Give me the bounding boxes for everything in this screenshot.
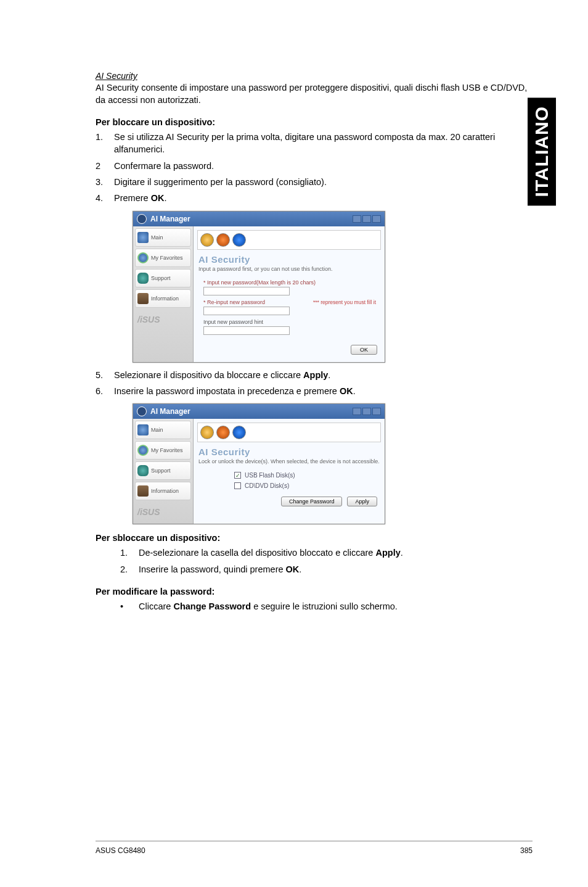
tool-icon-1[interactable] (200, 233, 214, 247)
titlebar: AI Manager (133, 404, 385, 419)
sidebar-item-label: Support (151, 275, 171, 281)
support-icon (137, 273, 149, 284)
tool-icon-1[interactable] (200, 426, 214, 439)
sidebar-item-label: Main (151, 234, 163, 241)
brand-label: /iSUS (135, 310, 191, 329)
list-item: 3.Digitare il suggerimento per la passwo… (96, 176, 533, 188)
close-button[interactable] (372, 408, 381, 415)
password-hint-input[interactable] (203, 326, 290, 335)
step-number: 6. (96, 385, 114, 397)
toolbar (197, 230, 381, 250)
footer-page-number: 385 (520, 846, 533, 855)
maximize-button[interactable] (362, 215, 371, 223)
checkbox-icon: ✓ (234, 472, 241, 479)
window-controls (353, 408, 381, 415)
list-item: 2Confermare la password. (96, 160, 533, 172)
sidebar-item-main[interactable]: Main (135, 421, 191, 439)
list-item: 5.Selezionare il dispositivo da bloccare… (96, 369, 533, 381)
sidebar-item-favorites[interactable]: My Favorites (135, 249, 191, 267)
ok-button[interactable]: OK (351, 345, 377, 355)
step-text: Inserire la password impostata in preced… (114, 385, 356, 397)
content-pane: AI Security Input a password first, or y… (194, 226, 385, 362)
footer-model: ASUS CG8480 (96, 846, 145, 855)
apply-button[interactable]: Apply (347, 497, 377, 506)
intro-text: AI Security consente di impostare una pa… (96, 82, 533, 106)
sidebar-item-support[interactable]: Support (135, 461, 191, 480)
minimize-button[interactable] (353, 215, 361, 223)
lock-steps-list-2: 5.Selezionare il dispositivo da bloccare… (96, 369, 533, 398)
window-controls (353, 215, 381, 223)
step-text: Premere OK. (114, 192, 166, 204)
checkbox-label: USB Flash Disk(s) (245, 472, 295, 479)
step-number: 2 (96, 160, 114, 172)
page-footer: ASUS CG8480 385 (96, 841, 533, 855)
tool-icon-3[interactable] (232, 233, 246, 247)
reinput-password-input[interactable] (203, 307, 290, 315)
tool-icon-3[interactable] (232, 426, 246, 439)
step-number: 1. (120, 547, 139, 559)
titlebar: AI Manager (133, 212, 385, 226)
toolbar (197, 423, 381, 442)
close-button[interactable] (372, 215, 381, 223)
step-number: 5. (96, 369, 114, 381)
information-icon (137, 485, 149, 497)
list-item: •Cliccare Change Password e seguire le i… (120, 600, 533, 613)
ai-manager-window-devices: AI Manager Main My Favorites Support Inf… (133, 403, 385, 524)
unlock-steps-list: 1.De-selezionare la casella del disposit… (96, 547, 533, 576)
new-password-input[interactable] (203, 287, 290, 295)
password-hint-label: Input new password hint (203, 319, 375, 325)
sidebar-item-support[interactable]: Support (135, 269, 191, 287)
list-item: 4.Premere OK. (96, 192, 533, 204)
step-number: 4. (96, 192, 114, 204)
sidebar-item-information[interactable]: Information (135, 289, 191, 308)
checkbox-cddvd[interactable]: CD\DVD Disk(s) (197, 482, 381, 489)
tool-icon-2[interactable] (216, 233, 230, 247)
step-text: Confermare la password. (114, 160, 214, 172)
maximize-button[interactable] (362, 408, 371, 415)
sidebar-item-information[interactable]: Information (135, 482, 191, 500)
step-text: Digitare il suggerimento per la password… (114, 176, 327, 188)
checkbox-usb[interactable]: ✓ USB Flash Disk(s) (197, 472, 381, 479)
change-password-bullet: •Cliccare Change Password e seguire le i… (96, 600, 533, 613)
sidebar-item-label: Information (151, 488, 179, 494)
app-logo-icon (137, 214, 147, 224)
lock-steps-list-1: 1.Se si utilizza AI Security per la prim… (96, 131, 533, 204)
bullet-text: Cliccare Change Password e seguire le is… (139, 600, 398, 613)
window-title: AI Manager (150, 215, 190, 223)
favorites-icon (137, 445, 149, 456)
sidebar: Main My Favorites Support Information /i… (133, 419, 194, 524)
sidebar-item-label: My Favorites (151, 447, 183, 453)
required-warning: *** represent you must fill it (313, 299, 376, 305)
content-pane: AI Security Lock or unlock the device(s)… (194, 419, 385, 524)
brand-label: /iSUS (135, 502, 191, 522)
sidebar-item-label: Main (151, 427, 163, 433)
information-icon (137, 293, 149, 304)
section-subtitle: AI Security (96, 71, 533, 81)
list-item: 6.Inserire la password impostata in prec… (96, 385, 533, 397)
window-title: AI Manager (150, 407, 190, 416)
step-text: Inserire la password, quindi premere OK. (139, 563, 301, 576)
password-form: * Input new password(Max length is 20 ch… (197, 276, 381, 342)
pane-subtitle: Lock or unlock the device(s). When selec… (197, 458, 381, 468)
sidebar-item-label: Support (151, 468, 171, 474)
step-number: 3. (96, 176, 114, 188)
list-item: 2.Inserire la password, quindi premere O… (120, 563, 533, 576)
page-content: AI Security AI Security consente di impo… (0, 0, 588, 613)
change-password-heading: Per modificare la password: (96, 587, 533, 596)
main-icon (137, 424, 149, 435)
unlock-heading: Per sbloccare un dispositivo: (96, 533, 533, 543)
step-number: 1. (96, 131, 114, 156)
step-text: Se si utilizza AI Security per la prima … (114, 131, 533, 156)
favorites-icon (137, 252, 149, 263)
tool-icon-2[interactable] (216, 426, 230, 439)
change-password-button[interactable]: Change Password (281, 497, 343, 506)
step-text: Selezionare il dispositivo da bloccare e… (114, 369, 330, 381)
checkbox-label: CD\DVD Disk(s) (245, 482, 289, 489)
sidebar-item-favorites[interactable]: My Favorites (135, 441, 191, 460)
minimize-button[interactable] (353, 408, 361, 415)
language-tab: ITALIANO (528, 97, 556, 205)
pane-title: AI Security (197, 444, 381, 458)
list-item: 1.Se si utilizza AI Security per la prim… (96, 131, 533, 156)
sidebar-item-main[interactable]: Main (135, 228, 191, 247)
support-icon (137, 465, 149, 476)
